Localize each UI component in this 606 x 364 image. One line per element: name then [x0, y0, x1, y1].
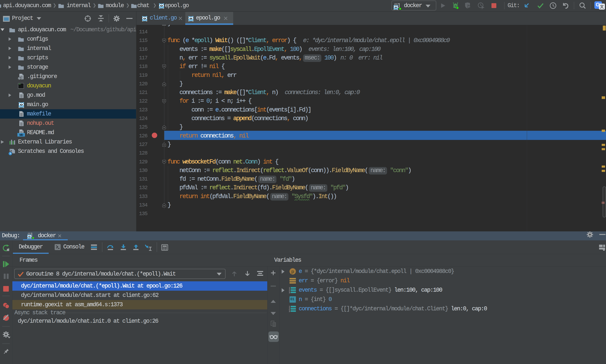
- svg-text:3: 3: [289, 310, 290, 312]
- svg-text:3: 3: [289, 291, 290, 293]
